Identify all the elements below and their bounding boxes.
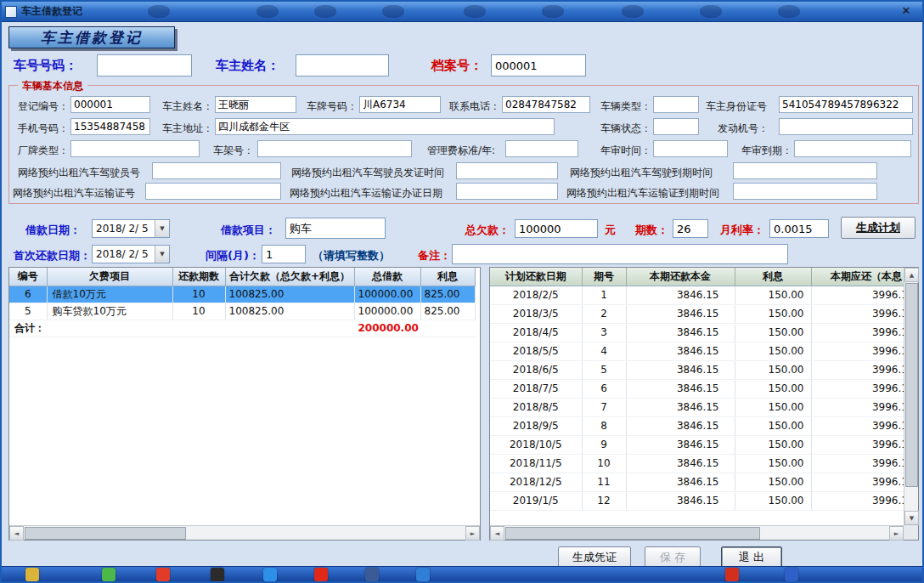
net-driver-expire-input[interactable] bbox=[733, 162, 877, 179]
file-no-input[interactable] bbox=[491, 54, 586, 76]
vehicle-status-input[interactable] bbox=[653, 118, 699, 135]
vehicle-type-input[interactable] bbox=[653, 96, 699, 113]
table-row[interactable]: 2018/8/573846.15150.003996.15 bbox=[490, 398, 904, 416]
debt-table-hscrollbar[interactable]: ◄ ► bbox=[9, 525, 480, 540]
scroll-right-icon[interactable]: ► bbox=[889, 526, 904, 541]
reg-no-input[interactable] bbox=[70, 96, 150, 113]
owner-name-input[interactable] bbox=[296, 54, 389, 76]
net-transport-issue-input[interactable] bbox=[456, 183, 558, 200]
vehicle-no-input[interactable] bbox=[97, 54, 192, 76]
scroll-down-icon[interactable]: ▼ bbox=[904, 511, 919, 525]
plan-table-hscrollbar[interactable]: ◄ ► bbox=[490, 525, 904, 540]
vin-input[interactable] bbox=[257, 140, 412, 157]
window-title: 车主借款登记 bbox=[21, 4, 82, 19]
net-transport-issue-label: 网络预约出租汽车运输证办证日期 bbox=[290, 186, 442, 201]
annual-expire-input[interactable] bbox=[794, 140, 911, 157]
scrollbar-thumb[interactable] bbox=[25, 527, 186, 540]
table-row[interactable]: 2018/10/593846.15150.003996.15 bbox=[490, 435, 904, 454]
scroll-left-icon[interactable]: ◄ bbox=[490, 526, 504, 541]
id-card-input[interactable] bbox=[779, 96, 913, 113]
table-row[interactable]: 2018/12/5113846.15150.003996.15 bbox=[490, 473, 904, 491]
table-row[interactable]: 合计：200000.00 bbox=[9, 320, 475, 337]
first-repay-date-select[interactable]: 2018/ 2/ 5 ▼ bbox=[92, 245, 170, 263]
periods-input[interactable] bbox=[673, 219, 708, 238]
table-row[interactable]: 2018/5/543846.15150.003996.15 bbox=[490, 342, 904, 360]
net-driver-no-input[interactable] bbox=[152, 162, 281, 179]
close-icon[interactable]: ✕ bbox=[895, 4, 917, 19]
table-row[interactable]: 2018/7/563846.15150.003996.15 bbox=[490, 379, 904, 398]
table-row[interactable]: 2019/1/5123846.15150.003996.15 bbox=[490, 491, 904, 510]
net-transport-expire-label: 网络预约出租汽车运输证到期时间 bbox=[566, 186, 719, 201]
annual-check-label: 年审时间： bbox=[600, 144, 651, 158]
titlebar[interactable]: 车主借款登记 ✕ bbox=[2, 2, 922, 22]
col-header-period-no: 期号 bbox=[582, 268, 626, 286]
brand-type-input[interactable] bbox=[70, 140, 200, 157]
scrollbar-thumb[interactable] bbox=[505, 527, 760, 540]
col-header-interest: 利息 bbox=[420, 268, 475, 286]
interval-input[interactable] bbox=[262, 245, 306, 263]
plate-no-input[interactable] bbox=[359, 96, 441, 113]
total-owed-input[interactable] bbox=[515, 219, 598, 238]
plan-table-header: 计划还款日期 期号 本期还款本金 利息 本期应还（本息 bbox=[490, 268, 904, 286]
taskbar-app-icon-6[interactable] bbox=[314, 568, 328, 581]
scroll-up-icon[interactable]: ▲ bbox=[904, 268, 919, 282]
taskbar-app-icon-2[interactable] bbox=[102, 568, 116, 581]
annual-check-input[interactable] bbox=[653, 140, 728, 157]
table-row[interactable]: 2018/9/583846.15150.003996.15 bbox=[490, 416, 904, 435]
taskbar-app-icon-4[interactable] bbox=[211, 568, 224, 581]
periods-label: 期数： bbox=[635, 223, 668, 238]
loan-registration-window: 车主借款登记 ✕ 车主借款登记 车号号码： 车主姓名： 档案号： 车辆基本信息 … bbox=[0, 0, 924, 583]
tel-input[interactable] bbox=[502, 96, 590, 113]
scroll-right-icon[interactable]: ► bbox=[465, 526, 480, 541]
table-row[interactable]: 2018/6/553846.15150.003996.15 bbox=[490, 360, 904, 379]
loan-item-input[interactable] bbox=[285, 218, 386, 239]
first-repay-date-label: 首次还款日期： bbox=[14, 248, 91, 263]
col-header-total-owed: 合计欠款（总欠款+利息） bbox=[225, 268, 354, 286]
taskbar-app-icon-5[interactable] bbox=[263, 568, 277, 581]
info-owner-input[interactable] bbox=[215, 96, 296, 113]
table-row[interactable]: 5购车贷款10万元10100825.00100000.00825.00 bbox=[9, 303, 475, 320]
address-input[interactable] bbox=[215, 118, 555, 135]
chevron-down-icon[interactable]: ▼ bbox=[155, 220, 169, 237]
table-row[interactable]: 2018/3/523846.15150.003996.15 bbox=[490, 304, 904, 323]
generate-plan-button[interactable]: 生成计划 bbox=[841, 217, 916, 239]
col-header-interest-due: 利息 bbox=[735, 268, 811, 286]
chevron-down-icon[interactable]: ▼ bbox=[155, 246, 169, 263]
net-transport-expire-input[interactable] bbox=[733, 183, 877, 200]
scrollbar-corner bbox=[904, 525, 918, 540]
table-row[interactable]: 2018/4/533846.15150.003996.15 bbox=[490, 323, 904, 342]
loan-date-label: 借款日期： bbox=[25, 223, 81, 238]
taskbar-app-icon-7[interactable] bbox=[365, 568, 379, 581]
file-no-label: 档案号： bbox=[431, 58, 482, 74]
engine-no-input[interactable] bbox=[779, 118, 913, 135]
taskbar-app-icon-3[interactable] bbox=[156, 568, 170, 581]
loan-item-label: 借款项目： bbox=[221, 223, 276, 238]
mobile-input[interactable] bbox=[70, 118, 150, 135]
vehicle-type-label: 车辆类型： bbox=[600, 99, 651, 114]
remark-input[interactable] bbox=[452, 244, 788, 264]
net-transport-no-input[interactable] bbox=[145, 183, 281, 200]
taskbar-app-icon-9[interactable] bbox=[725, 568, 739, 581]
debt-table: 编号 欠费项目 还款期数 合计欠款（总欠款+利息） 总借款 利息 6借款10万元… bbox=[8, 267, 481, 541]
brand-type-label: 厂牌类型： bbox=[18, 144, 69, 158]
scroll-left-icon[interactable]: ◄ bbox=[9, 526, 24, 541]
scrollbar-thumb[interactable] bbox=[905, 283, 918, 487]
reg-no-label: 登记编号： bbox=[18, 99, 69, 114]
loan-date-select[interactable]: 2018/ 2/ 5 ▼ bbox=[92, 219, 170, 238]
plan-table-vscrollbar[interactable]: ▲ ▼ bbox=[904, 268, 918, 525]
net-driver-issue-input[interactable] bbox=[456, 162, 558, 179]
taskbar-app-icon-1[interactable] bbox=[25, 568, 39, 581]
col-header-plan-date: 计划还款日期 bbox=[490, 268, 582, 286]
table-row[interactable]: 6借款10万元10100825.00100000.00825.00 bbox=[9, 286, 475, 303]
interval-label: 间隔(月)： bbox=[206, 248, 260, 263]
taskbar bbox=[2, 566, 922, 581]
total-owed-label: 总欠款： bbox=[465, 223, 510, 238]
net-driver-expire-label: 网络预约出租汽车驾驶到期时间 bbox=[570, 166, 713, 180]
taskbar-app-icon-8[interactable] bbox=[416, 568, 430, 581]
table-row[interactable]: 2018/2/513846.15150.003996.15 bbox=[490, 286, 904, 304]
monthly-rate-input[interactable] bbox=[769, 219, 829, 238]
table-row[interactable]: 2018/11/5103846.15150.003996.15 bbox=[490, 454, 904, 473]
mgmt-fee-input[interactable] bbox=[505, 140, 578, 157]
taskbar-app-icon-10[interactable] bbox=[785, 568, 798, 581]
id-card-label: 车主身份证号 bbox=[706, 99, 767, 114]
